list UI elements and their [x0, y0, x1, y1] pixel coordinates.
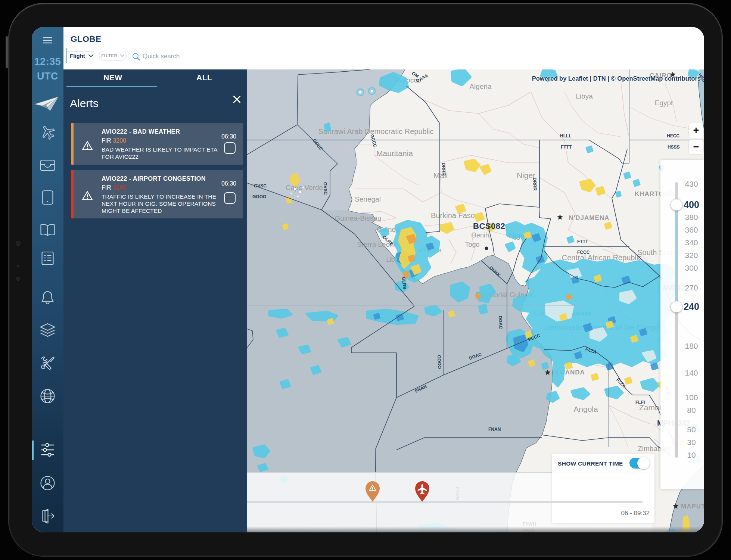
svg-text:FNAN: FNAN [488, 427, 501, 432]
svg-text:Guinea-Bissau: Guinea-Bissau [335, 214, 382, 222]
svg-text:DRRR: DRRR [532, 178, 538, 191]
svg-text:GVSC: GVSC [254, 183, 267, 189]
svg-text:FTTT: FTTT [561, 144, 572, 150]
svg-text:GOOO: GOOO [252, 194, 266, 199]
svg-text:FTTT: FTTT [577, 239, 588, 244]
svg-text:BCS082: BCS082 [473, 221, 505, 231]
svg-text:Central African Republic: Central African Republic [562, 253, 642, 262]
svg-text:DGAC: DGAC [498, 316, 503, 329]
svg-text:Egypt: Egypt [655, 99, 673, 107]
svg-text:Mauritania: Mauritania [376, 149, 413, 158]
svg-text:MAPUTO: MAPUTO [681, 503, 704, 510]
svg-text:Algeria: Algeria [469, 83, 492, 90]
svg-text:Benin: Benin [472, 231, 489, 239]
svg-text:FLFI: FLFI [635, 400, 645, 405]
svg-text:DRRR: DRRR [441, 163, 447, 176]
svg-text:Libya: Libya [576, 92, 593, 100]
svg-text:Senegal: Senegal [355, 195, 381, 203]
svg-text:FCCC: FCCC [577, 250, 590, 255]
svg-text:HECC: HECC [667, 133, 679, 139]
svg-text:Togo: Togo [465, 241, 479, 248]
svg-text:Burkina Faso: Burkina Faso [431, 211, 475, 220]
svg-text:GOOO: GOOO [436, 355, 442, 369]
svg-text:HLLL: HLLL [560, 133, 572, 139]
svg-text:HSSS: HSSS [668, 144, 680, 150]
svg-text:Sahrawi Arab Democratic Republ: Sahrawi Arab Democratic Republic [318, 127, 433, 136]
svg-text:N'DJAMENA: N'DJAMENA [569, 214, 609, 221]
svg-text:Angola: Angola [573, 405, 598, 413]
svg-text:GVSC: GVSC [323, 182, 328, 195]
svg-text:Cape Verde: Cape Verde [286, 184, 323, 192]
svg-text:GLRB: GLRB [401, 277, 407, 290]
